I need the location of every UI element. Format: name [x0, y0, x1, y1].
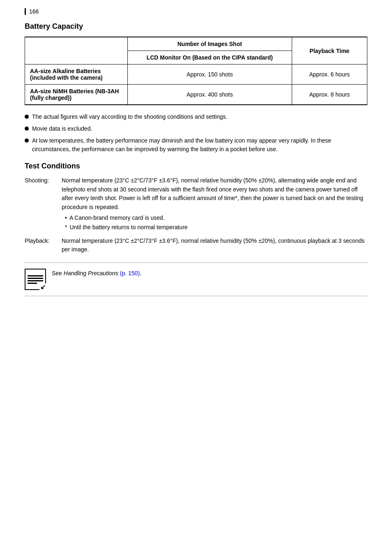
list-item: The actual figures will vary according t…	[25, 113, 367, 121]
bullet-dot	[25, 138, 29, 143]
sub-bullets: • A Canon-brand memory card is used. * U…	[65, 214, 367, 232]
battery-row1-label: AA-size Alkaline Batteries (included wit…	[25, 64, 128, 85]
note-link[interactable]: (p. 150)	[120, 270, 140, 276]
col1-header-top: Number of Images Shot	[127, 37, 292, 51]
note-box: ↙ See Handling Precautions (p. 150).	[25, 263, 367, 296]
list-item: Movie data is excluded.	[25, 124, 367, 133]
shooting-content: Normal temperature (23°C ±2°C/73°F ±3.6°…	[62, 176, 367, 233]
section1-title: Battery Capacity	[25, 22, 367, 31]
note-line-3	[28, 280, 43, 281]
battery-row1-shots: Approx. 150 shots	[127, 64, 292, 85]
shooting-label: Shooting:	[25, 176, 62, 233]
sub-bullet-item: • A Canon-brand memory card is used.	[65, 214, 367, 222]
table-row: AA-size Alkaline Batteries (included wit…	[25, 64, 367, 85]
note-text: See Handling Precautions (p. 150).	[52, 269, 141, 278]
table-row-header-empty	[25, 37, 128, 64]
bullet-list: The actual figures will vary according t…	[25, 113, 367, 154]
shooting-row: Shooting: Normal temperature (23°C ±2°C/…	[25, 176, 367, 233]
note-icon-lines	[28, 275, 43, 284]
playback-row: Playback: Normal temperature (23°C ±2°C/…	[25, 237, 367, 254]
note-line-4	[28, 283, 37, 284]
bullet-text: Movie data is excluded.	[32, 124, 367, 133]
sub-dot-2: *	[65, 223, 67, 232]
table-row: AA-size NiMH Batteries (NB-3AH (fully ch…	[25, 85, 367, 105]
test-conditions: Shooting: Normal temperature (23°C ±2°C/…	[25, 176, 367, 254]
battery-row2-playback: Approx. 8 hours	[292, 85, 367, 105]
sub-bullet-item: * Until the battery returns to normal te…	[65, 223, 367, 232]
col2-header: Playback Time	[292, 37, 367, 64]
battery-row2-label: AA-size NiMH Batteries (NB-3AH (fully ch…	[25, 85, 128, 105]
battery-row2-shots: Approx. 400 shots	[127, 85, 292, 105]
bullet-dot	[25, 127, 29, 131]
sub-dot-1: •	[65, 214, 67, 222]
bullet-text: At low temperatures, the battery perform…	[32, 136, 367, 154]
battery-table: Number of Images Shot Playback Time LCD …	[25, 37, 367, 105]
note-italic-text: Handling Precautions	[64, 270, 118, 276]
sub-text-1: A Canon-brand memory card is used.	[69, 214, 165, 222]
shooting-text: Normal temperature (23°C ±2°C/73°F ±3.6°…	[62, 177, 363, 210]
note-line-2	[28, 278, 43, 279]
sub-text-2: Until the battery returns to normal temp…	[69, 223, 187, 232]
playback-content: Normal temperature (23°C ±2°C/73°F ±3.6°…	[62, 237, 367, 254]
note-arrow-icon: ↙	[39, 283, 46, 290]
section2-title: Test Conditions	[25, 162, 367, 170]
playback-text: Normal temperature (23°C ±2°C/73°F ±3.6°…	[62, 237, 364, 253]
list-item: At low temperatures, the battery perform…	[25, 136, 367, 154]
page-number: 166	[25, 8, 39, 15]
playback-label: Playback:	[25, 237, 62, 254]
note-prefix: See	[52, 270, 64, 276]
bullet-text: The actual figures will vary according t…	[32, 113, 367, 121]
note-icon: ↙	[25, 269, 46, 290]
note-suffix: .	[140, 270, 141, 276]
col1-header-bottom: LCD Monitor On (Based on the CIPA standa…	[127, 51, 292, 64]
note-line-1	[28, 275, 43, 276]
bullet-dot	[25, 115, 29, 119]
battery-row1-playback: Approx. 6 hours	[292, 64, 367, 85]
